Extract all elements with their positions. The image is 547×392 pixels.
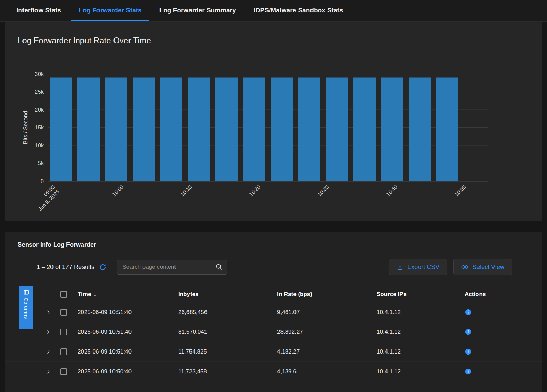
cell-in-rate: 28,892.27 <box>272 329 372 335</box>
cell-source-ips: 10.4.1.12 <box>372 309 460 316</box>
chart-bar <box>188 78 210 182</box>
chart-bar <box>326 78 348 182</box>
chart-bar <box>105 78 127 182</box>
columns-button-label: Columns <box>23 298 29 319</box>
x-tick-label: 10:40 <box>385 184 399 198</box>
search-icon[interactable] <box>215 263 223 272</box>
row-checkbox[interactable] <box>60 329 67 335</box>
header-in-rate[interactable]: In Rate (bps) <box>272 291 372 298</box>
tab-idps-malware-sandbox-stats[interactable]: IDPS/Malware Sandbox Stats <box>246 0 351 21</box>
table-row: 2025-06-09 10:50:40 11,723,458 4,139.6 1… <box>5 362 542 381</box>
search-box <box>117 260 227 275</box>
table-row: 2025-06-09 10:51:40 11,754,825 4,182.27 … <box>5 342 542 362</box>
y-tick-label: 5k <box>38 160 44 166</box>
tab-log-forwarder-summary[interactable]: Log Forwarder Summary <box>152 0 244 21</box>
cell-source-ips: 10.4.1.12 <box>372 348 460 355</box>
cell-time: 2025-06-09 10:50:40 <box>73 368 173 375</box>
refresh-icon <box>99 264 106 271</box>
header-inbytes[interactable]: Inbytes <box>173 291 272 298</box>
y-axis-title: Bits / Second <box>22 111 28 144</box>
table-header-row: Time ↓ Inbytes In Rate (bps) Source IPs … <box>5 286 542 302</box>
cell-source-ips: 10.4.1.12 <box>372 329 460 335</box>
x-tick-label: 10:20 <box>248 184 262 198</box>
x-tick-label: 10:50 <box>454 184 467 198</box>
cell-inbytes: 11,723,458 <box>173 368 272 375</box>
expand-row-button[interactable] <box>45 348 55 355</box>
tab-interflow-stats[interactable]: Interflow Stats <box>9 0 69 21</box>
input-rate-chart: 05k10k15k20k25k30k09:50Jun 9, 202510:001… <box>5 68 542 220</box>
tab-bar: Interflow Stats Log Forwarder Stats Log … <box>0 0 547 22</box>
chart-panel: Log Forwarder Input Rate Over Time 05k10… <box>5 22 542 221</box>
info-icon[interactable] <box>465 348 472 355</box>
header-time-label: Time <box>78 291 91 298</box>
y-tick-label: 25k <box>35 89 44 95</box>
x-tick-label: 10:00 <box>111 184 125 198</box>
results-count: 1 – 20 of 177 Results <box>36 264 106 271</box>
x-tick-label: 10:30 <box>317 184 330 198</box>
table-title: Sensor Info Log Forwarder <box>18 240 542 249</box>
chart-bar <box>215 78 238 182</box>
sensor-info-panel: Sensor Info Log Forwarder 1 – 20 of 177 … <box>5 232 542 392</box>
chart-bar <box>436 78 458 182</box>
header-time[interactable]: Time ↓ <box>73 291 173 298</box>
cell-inbytes: 11,754,825 <box>173 348 272 355</box>
export-csv-button[interactable]: Export CSV <box>389 259 447 275</box>
sort-desc-icon: ↓ <box>93 291 96 298</box>
chart-bar <box>160 78 182 182</box>
export-csv-label: Export CSV <box>407 264 439 271</box>
tab-log-forwarder-stats[interactable]: Log Forwarder Stats <box>71 0 149 21</box>
row-checkbox[interactable] <box>60 309 67 316</box>
x-tick-label: 09:50Jun 9, 2025 <box>32 184 61 212</box>
eye-icon <box>461 263 469 271</box>
select-view-button[interactable]: Select View <box>453 259 512 275</box>
select-view-label: Select View <box>472 264 504 271</box>
cell-in-rate: 4,139.6 <box>272 368 372 375</box>
cell-in-rate: 9,461.07 <box>272 309 372 316</box>
row-checkbox[interactable] <box>60 368 67 375</box>
y-tick-label: 30k <box>35 71 44 77</box>
download-icon <box>397 264 404 270</box>
table-area: Columns Time ↓ Inbytes In Rate (bps) Sou… <box>5 286 542 381</box>
chart-title: Log Forwarder Input Rate Over Time <box>5 22 542 46</box>
header-source-ips[interactable]: Source IPs <box>372 291 460 298</box>
y-tick-label: 0 <box>41 178 44 184</box>
chart-bar <box>298 78 320 182</box>
cell-time: 2025-06-09 10:51:40 <box>73 329 173 335</box>
cell-time: 2025-06-09 10:51:40 <box>73 348 173 355</box>
table-toolbar: 1 – 20 of 177 Results <box>36 259 512 275</box>
select-all-checkbox[interactable] <box>60 291 67 298</box>
search-input[interactable] <box>117 260 227 275</box>
results-text: 1 – 20 of 177 Results <box>36 264 94 271</box>
chart-bar <box>50 78 72 182</box>
chart-bar <box>271 78 293 182</box>
refresh-button[interactable] <box>99 264 106 271</box>
row-checkbox[interactable] <box>60 348 67 355</box>
cell-time: 2025-06-09 10:51:40 <box>73 309 173 316</box>
chart-bar <box>353 78 376 182</box>
header-actions: Actions <box>460 291 507 298</box>
info-icon[interactable] <box>465 368 472 375</box>
chart-bar <box>381 78 403 182</box>
expand-row-button[interactable] <box>45 329 55 335</box>
cell-inbytes: 26,685,456 <box>173 309 272 316</box>
columns-grid-icon <box>23 289 29 295</box>
chart-bar <box>133 78 155 182</box>
cell-source-ips: 10.4.1.12 <box>372 368 460 375</box>
y-tick-label: 15k <box>35 125 44 130</box>
chart-bar <box>243 78 265 182</box>
expand-row-button[interactable] <box>45 309 55 316</box>
y-tick-label: 20k <box>35 107 44 113</box>
chart-bar <box>409 78 431 182</box>
table-row: 2025-06-09 10:51:40 81,570,041 28,892.27… <box>5 322 542 342</box>
cell-inbytes: 81,570,041 <box>173 329 272 335</box>
chart-bar <box>77 78 100 182</box>
table-row: 2025-06-09 10:51:40 26,685,456 9,461.07 … <box>5 302 542 322</box>
info-icon[interactable] <box>465 309 472 316</box>
y-tick-label: 10k <box>35 143 44 148</box>
cell-in-rate: 4,182.27 <box>272 348 372 355</box>
info-icon[interactable] <box>465 328 472 335</box>
x-tick-label: 10:10 <box>180 184 193 198</box>
columns-button[interactable]: Columns <box>19 286 33 329</box>
expand-row-button[interactable] <box>45 368 55 375</box>
